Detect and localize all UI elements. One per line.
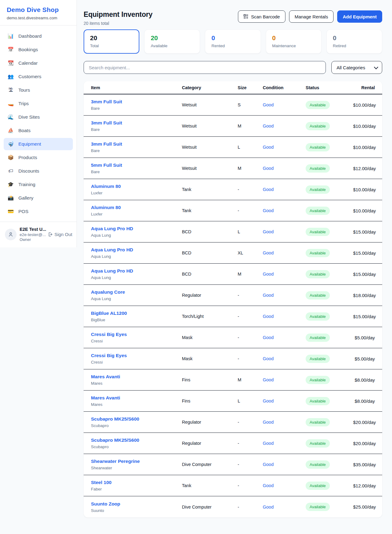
size-cell: L	[238, 145, 263, 150]
sidebar-item-label: Calendar	[18, 60, 38, 66]
condition-link[interactable]: Good	[263, 483, 306, 488]
rental-cell: $25.00/day	[353, 504, 376, 509]
stat-card-available[interactable]: 20 Available	[144, 29, 200, 54]
stat-card-rented[interactable]: 0 Rented	[205, 29, 261, 54]
item-name-link[interactable]: BigBlue AL1200	[91, 311, 182, 316]
status-cell: Available	[306, 143, 353, 151]
condition-link[interactable]: Good	[263, 229, 306, 234]
sidebar-item-equipment[interactable]: 🤿 Equipment	[4, 138, 73, 150]
condition-link[interactable]: Good	[263, 145, 306, 150]
item-name-link[interactable]: Steel 100	[91, 480, 182, 485]
item-name-link[interactable]: Aqua Lung Pro HD	[91, 226, 182, 231]
sidebar-item-pos[interactable]: 💳 POS	[4, 205, 73, 218]
condition-link[interactable]: Good	[263, 441, 306, 446]
condition-link[interactable]: Good	[263, 356, 306, 361]
item-name-link[interactable]: Mares Avanti	[91, 374, 182, 380]
item-name-link[interactable]: Scubapro MK25/S600	[91, 416, 182, 422]
stat-value: 0	[272, 34, 315, 42]
stat-value: 20	[151, 34, 194, 42]
status-cell: Available	[306, 334, 353, 342]
manage-rentals-button[interactable]: Manage Rentals	[289, 10, 334, 23]
condition-link[interactable]: Good	[263, 505, 306, 509]
item-name-link[interactable]: Aqualung Core	[91, 289, 182, 295]
table-row: 3mm Full Suit Bare Wetsuit S Good Availa…	[84, 94, 382, 116]
item-brand: Aqua Lung	[91, 233, 182, 238]
item-brand: Cressi	[91, 360, 182, 364]
condition-link[interactable]: Good	[263, 187, 306, 192]
condition-link[interactable]: Good	[263, 399, 306, 403]
condition-link[interactable]: Good	[263, 293, 306, 298]
sidebar-item-label: Tours	[18, 87, 30, 93]
item-cell: Steel 100 Faber	[91, 480, 182, 491]
sidebar-item-calendar[interactable]: 📆 Calendar	[4, 57, 73, 69]
sign-out-button[interactable]: Sign Out	[47, 232, 72, 237]
table-header-row: Item Category Size Condition Status Rent…	[84, 81, 382, 94]
condition-link[interactable]: Good	[263, 377, 306, 382]
condition-link[interactable]: Good	[263, 250, 306, 255]
add-equipment-button[interactable]: Add Equipment	[337, 10, 382, 23]
condition-link[interactable]: Good	[263, 124, 306, 128]
sidebar-item-dive-sites[interactable]: 🌊 Dive Sites	[4, 111, 73, 123]
table-row: 5mm Full Suit Bare Wetsuit M Good Availa…	[84, 158, 382, 179]
item-name-link[interactable]: 5mm Full Suit	[91, 162, 182, 168]
rental-cell: $10.00/day	[353, 208, 376, 213]
table-row: Aqua Lung Pro HD Aqua Lung BCD XL Good A…	[84, 242, 382, 264]
category-cell: Wetsuit	[182, 145, 238, 150]
item-brand: Luxfer	[91, 212, 182, 216]
item-name-link[interactable]: Aqua Lung Pro HD	[91, 247, 182, 253]
item-name-link[interactable]: 3mm Full Suit	[91, 141, 182, 147]
table-row: Scubapro MK25/S600 Scubapro Regulator - …	[84, 433, 382, 454]
sidebar-item-boats[interactable]: ⛵ Boats	[4, 124, 73, 137]
item-name-link[interactable]: Suunto Zoop	[91, 501, 182, 507]
item-name-link[interactable]: Cressi Big Eyes	[91, 332, 182, 337]
item-name-link[interactable]: Mares Avanti	[91, 395, 182, 401]
rental-cell: $10.00/day	[353, 102, 376, 108]
sidebar-item-products[interactable]: 📦 Products	[4, 151, 73, 164]
stat-card-retired[interactable]: 0 Retired	[326, 29, 382, 54]
sidebar-item-tours[interactable]: 🏝 Tours	[4, 84, 73, 96]
item-name-link[interactable]: Aluminum 80	[91, 205, 182, 210]
item-name-link[interactable]: Cressi Big Eyes	[91, 353, 182, 358]
condition-link[interactable]: Good	[263, 102, 306, 107]
scan-barcode-button[interactable]: Scan Barcode	[238, 10, 285, 23]
condition-link[interactable]: Good	[263, 208, 306, 213]
stat-card-total[interactable]: 20 Total	[84, 29, 139, 54]
sidebar-item-customers[interactable]: 👥 Customers	[4, 71, 73, 83]
item-cell: Shearwater Peregrine Shearwater	[91, 459, 182, 470]
item-name-link[interactable]: 3mm Full Suit	[91, 99, 182, 105]
size-cell: -	[238, 208, 263, 213]
category-select[interactable]: All Categories	[331, 61, 382, 74]
sidebar-item-gallery[interactable]: 📸 Gallery	[4, 192, 73, 204]
condition-link[interactable]: Good	[263, 335, 306, 340]
rental-cell: $8.00/day	[353, 377, 375, 383]
condition-link[interactable]: Good	[263, 272, 306, 277]
sidebar-item-dashboard[interactable]: 📊 Dashboard	[4, 30, 73, 42]
item-name-link[interactable]: Aqua Lung Pro HD	[91, 268, 182, 274]
item-name-link[interactable]: Aluminum 80	[91, 184, 182, 189]
condition-link[interactable]: Good	[263, 462, 306, 467]
search-input[interactable]	[84, 61, 326, 74]
item-brand: Bare	[91, 170, 182, 174]
item-name-link[interactable]: 3mm Full Suit	[91, 120, 182, 126]
item-name-link[interactable]: Scubapro MK25/S600	[91, 437, 182, 443]
category-cell: Fins	[182, 377, 238, 382]
condition-link[interactable]: Good	[263, 420, 306, 425]
sign-out-label: Sign Out	[55, 232, 72, 237]
sidebar: Demo Dive Shop demo.test.divestreams.com…	[0, 0, 77, 247]
category-cell: Tank	[182, 187, 238, 192]
stat-value: 0	[333, 34, 376, 42]
item-cell: Cressi Big Eyes Cressi	[91, 332, 182, 343]
table-row: 3mm Full Suit Bare Wetsuit M Good Availa…	[84, 116, 382, 137]
item-name-link[interactable]: Shearwater Peregrine	[91, 459, 182, 464]
condition-link[interactable]: Good	[263, 314, 306, 319]
sidebar-item-training[interactable]: 🎓 Training	[4, 178, 73, 191]
item-brand: Scubapro	[91, 423, 182, 428]
condition-link[interactable]: Good	[263, 166, 306, 171]
sidebar-item-trips[interactable]: 🚤 Trips	[4, 97, 73, 110]
sidebar-item-discounts[interactable]: 🏷 Discounts	[4, 165, 73, 177]
status-cell: Available	[306, 482, 353, 490]
stat-card-maintenance[interactable]: 0 Maintenance	[266, 29, 322, 54]
sidebar-item-label: Equipment	[18, 141, 41, 147]
sidebar-item-bookings[interactable]: 📅 Bookings	[4, 44, 73, 56]
status-badge: Available	[306, 291, 330, 299]
